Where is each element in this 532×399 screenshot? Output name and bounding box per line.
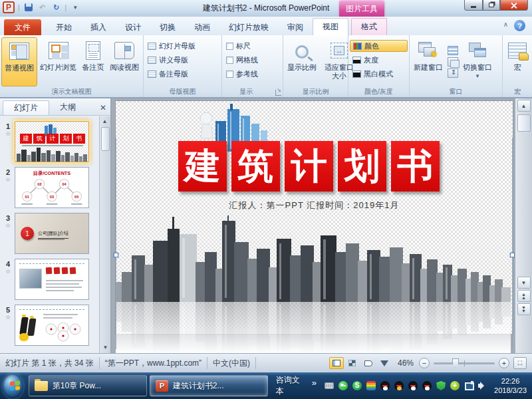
fit-window-icon [328,39,350,62]
help-icon[interactable]: ? [514,20,525,31]
slide-sorter-shortcut[interactable] [345,357,360,369]
next-slide-icon[interactable]: ▼▼ [517,303,531,315]
selection-handle-left[interactable] [114,253,118,257]
scroll-up-icon[interactable]: ▲ [517,100,531,112]
keyboard-tray-icon[interactable] [325,382,334,389]
restore-button[interactable] [483,0,500,11]
slide-master-button[interactable]: 幻灯片母版 [145,40,220,52]
selection-handle-right[interactable] [510,253,515,257]
svg-text:01: 01 [25,195,29,199]
zoom-slider-thumb[interactable] [452,358,459,368]
section-title: 公司[团队]介绍 [38,230,68,239]
ruler-checkbox[interactable]: 标尺 [223,40,281,52]
taskbar-clock[interactable]: 22:26 2018/3/23 [494,376,527,395]
scrollbar-thumb[interactable] [517,114,531,132]
zoom-button[interactable]: 显示比例 [285,37,319,86]
slide-thumbnail-1[interactable]: 建 筑 计 划 书 [15,121,89,162]
slide-canvas[interactable]: 建 筑 计 划 书 汇报人：第一PPT 汇报时间：2019年1月 [115,100,513,334]
tray-overflow-chevron[interactable]: » [312,378,317,388]
slide-sorter-button[interactable]: 幻灯片浏览 [37,37,79,86]
start-button[interactable] [3,374,23,398]
switch-window-button[interactable]: 切换窗口 ▾ [460,37,495,86]
volume-tray-icon[interactable] [478,381,487,390]
guides-checkbox[interactable]: 参考线 [223,68,281,80]
coin-plus-tray-icon[interactable]: + [450,381,460,390]
network-tray-icon[interactable] [464,381,473,390]
normal-view-shortcut[interactable] [329,357,344,369]
qq-tray-icon[interactable] [380,381,390,390]
security-shield-tray-icon[interactable] [436,381,446,390]
scroll-up-icon[interactable]: ▲ [100,116,110,126]
taskbar-window-folder[interactable]: 第10章 Pow... [29,375,147,396]
arrange-all-icon[interactable] [448,46,458,55]
gridlines-checkbox[interactable]: 网格线 [223,54,281,66]
language-indicator[interactable]: 中文(中国) [213,358,250,369]
color-button[interactable]: 颜色 [350,40,408,52]
group-show: 标尺 网格线 参考线 显示 [222,35,283,97]
close-panel-icon[interactable]: ✕ [100,103,106,112]
tab-insert[interactable]: 插入 [81,19,116,35]
zoom-out-icon[interactable]: − [419,358,430,368]
netflag-tray-icon[interactable] [366,381,376,390]
svg-text:目录/CONTENTS: 目录/CONTENTS [33,170,70,176]
tab-review[interactable]: 审阅 [278,19,313,35]
tab-view[interactable]: 视图 [313,18,348,35]
normal-view-button[interactable]: 普通视图 [1,37,37,86]
tab-slideshow[interactable]: 幻灯片放映 [219,19,278,35]
wechat-tray-icon[interactable] [338,381,348,390]
notes-page-button[interactable]: 备注页 [79,37,107,86]
scroll-down-icon[interactable]: ▼ [100,342,110,352]
reading-view-shortcut[interactable] [361,357,376,369]
slide-thumbnail-5[interactable] [15,305,89,346]
taskbar-window-powerpoint[interactable]: P 建筑计划书2... [150,375,268,396]
collapse-ribbon-icon[interactable]: ∧ [503,21,508,28]
taskbar-window-text[interactable]: 咨询文本 [271,375,308,396]
slide-thumbnail-2[interactable]: 目录/CONTENTS 01 02 03 04 05 [15,167,89,208]
minimize-button[interactable] [464,0,483,11]
selection-border-right [512,138,513,349]
handout-master-icon [148,57,156,64]
slide-counter: 幻灯片 第 1 张，共 34 张 [0,358,94,369]
cascade-windows-icon[interactable] [448,57,458,66]
sogou-tray-icon[interactable]: S [352,381,362,390]
city-skyline-image[interactable] [116,215,511,354]
main-scrollbar[interactable]: ▲ ▼ ▲▲ ▼▼ [515,98,532,354]
slide-number: 2 [6,168,10,176]
qq-tray-icon[interactable] [422,381,432,390]
macro-button[interactable]: 宏 [503,37,531,86]
zoom-percentage[interactable]: 46% [398,358,414,368]
close-button[interactable] [500,0,528,11]
qq-folder-tray-icon[interactable] [394,381,404,390]
qq-tray-icon[interactable] [408,381,418,390]
tab-animations[interactable]: 动画 [185,19,219,35]
reading-view-button[interactable]: 阅读视图 [107,37,142,86]
panel-scrollbar[interactable]: ▲ ▼ [99,116,110,354]
tab-outline[interactable]: 大纲 [49,100,86,115]
zoom-in-icon[interactable]: + [499,358,509,368]
previous-slide-icon[interactable]: ▲▲ [517,290,531,302]
section-number-badge: 1 [21,227,34,240]
zoom-slider[interactable] [434,362,495,364]
tab-slides[interactable]: 幻灯片 [3,100,49,115]
slide-thumbnail-3[interactable]: 1 公司[团队]介绍 [15,213,89,254]
new-window-button[interactable]: 新建窗口 [411,37,446,86]
tab-file[interactable]: 文件 [4,19,41,35]
ribbon: 普通视图 幻灯片浏览 备注页 阅读视图 演示文稿视图 [0,35,532,98]
tab-design[interactable]: 设计 [116,19,150,35]
notes-master-button[interactable]: 备注母版 [145,68,220,80]
tab-transitions[interactable]: 切换 [150,19,185,35]
black-white-button[interactable]: 黑白模式 [350,68,408,80]
move-split-icon[interactable] [448,68,458,78]
group-window: 新建窗口 切换窗口 ▾ 窗口 [410,35,503,97]
fit-slide-to-window-icon[interactable]: ⛶ [513,357,527,369]
tab-home[interactable]: 开始 [47,19,81,35]
show-dialog-launcher-icon[interactable] [275,90,281,96]
slideshow-shortcut[interactable] [377,357,392,369]
title-char: 建 [178,141,227,192]
handout-master-button[interactable]: 讲义母版 [145,54,220,66]
slide-thumbnail-4[interactable] [15,259,89,300]
grayscale-button[interactable]: 灰度 [350,54,408,66]
scroll-down-icon[interactable]: ▼ [517,277,531,289]
tab-format[interactable]: 格式 [351,18,387,35]
scrollbar-thumb[interactable] [101,127,110,151]
